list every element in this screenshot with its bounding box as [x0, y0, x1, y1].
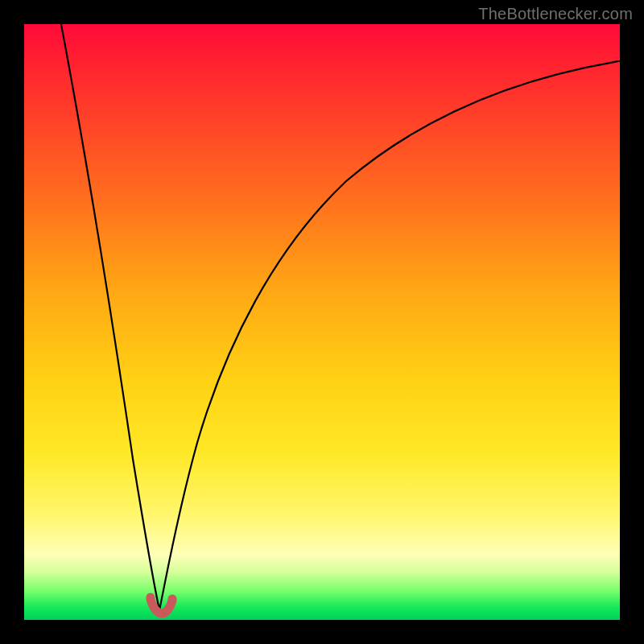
- curve-left-branch: [60, 20, 159, 610]
- plot-area: [24, 24, 620, 620]
- curve-right-branch: [159, 60, 624, 610]
- minimum-marker-dot-left: [147, 593, 155, 602]
- watermark-text: TheBottlenecker.com: [478, 5, 633, 23]
- bottleneck-curve: [24, 24, 620, 620]
- outer-frame: TheBottlenecker.com: [0, 0, 644, 644]
- minimum-marker-dot-right: [168, 595, 177, 604]
